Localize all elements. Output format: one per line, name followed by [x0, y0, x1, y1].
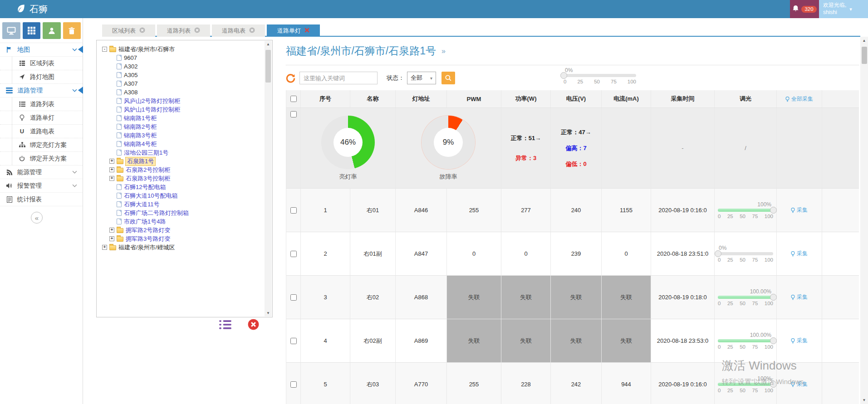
tree-node[interactable]: 湿地公园三期1号 — [109, 148, 262, 157]
tree-node-label[interactable]: 锦南路4号柜 — [124, 140, 157, 148]
sidebar-item-energy[interactable]: 能源管理 — [0, 165, 83, 179]
tree-node-label[interactable]: 风庐山2号路灯控制柜 — [124, 97, 180, 105]
tree-node-label[interactable]: 9607 — [124, 54, 137, 61]
row-checkbox[interactable] — [290, 111, 297, 117]
tree-node-label[interactable]: 市政广场1号4路 — [124, 218, 166, 226]
slider-handle[interactable] — [770, 207, 777, 214]
select-all-checkbox[interactable] — [290, 96, 297, 102]
close-circle-icon[interactable] — [194, 27, 200, 34]
tree-node[interactable]: 风庐山2号路灯控制柜 — [109, 97, 262, 105]
tree-node-label[interactable]: 石泉路1号 — [126, 157, 155, 165]
expand-expander-icon[interactable]: + — [109, 228, 114, 233]
close-circle-icon[interactable] — [139, 27, 145, 34]
tree-node[interactable]: 石狮大道10号配电箱 — [109, 191, 262, 200]
scroll-down-icon[interactable]: ▼ — [863, 398, 866, 402]
tree-node[interactable]: 锦南路4号柜 — [109, 140, 262, 148]
tree-scrollbar[interactable]: ▲ ▼ — [265, 41, 272, 316]
tree-node-label[interactable]: 湿地公园三期1号 — [124, 149, 168, 157]
monitor-icon[interactable] — [2, 22, 20, 39]
tree-node-label[interactable]: A302 — [124, 63, 137, 70]
tree-node[interactable]: A308 — [109, 88, 262, 97]
tree-node[interactable]: 锦南路2号柜 — [109, 122, 262, 131]
expand-expander-icon[interactable]: + — [109, 159, 114, 164]
slider-track[interactable] — [718, 296, 773, 299]
tree-node-label[interactable]: 石狮大道11号 — [124, 200, 160, 209]
close-icon[interactable] — [304, 27, 309, 34]
status-select[interactable]: 全部 ▾ — [407, 72, 436, 84]
expand-expander-icon[interactable]: + — [109, 176, 114, 181]
tree-node[interactable]: + 福建省/泉州市/鲤城区 — [102, 243, 262, 252]
sidebar-item-bind-light-plan[interactable]: 绑定亮灯方案 — [0, 138, 83, 152]
sidebar-item-road-list[interactable]: 道路列表 — [0, 97, 83, 111]
tree-node[interactable]: 9607 — [109, 54, 262, 62]
tree-node-label[interactable]: 拥军路3号路灯变 — [126, 235, 170, 243]
expand-expander-icon[interactable]: + — [102, 245, 107, 250]
tree-node-label[interactable]: 石狮12号配电箱 — [124, 183, 166, 191]
refresh-icon[interactable] — [286, 73, 295, 83]
tree-node[interactable]: 风炉山1号路灯控制柜 — [109, 105, 262, 114]
collect-button[interactable]: 采集 — [791, 250, 808, 258]
tree-node-label[interactable]: 石狮广场二号路灯控制箱 — [124, 209, 189, 217]
slider-handle[interactable] — [770, 381, 777, 388]
tree-node-label[interactable]: 石狮大道10号配电箱 — [124, 192, 177, 200]
tree-node-label[interactable]: 福建省/泉州市/鲤城区 — [118, 243, 175, 252]
expand-expander-icon[interactable]: + — [109, 236, 114, 241]
slider-track[interactable] — [718, 252, 773, 255]
close-circle-button[interactable] — [248, 319, 259, 330]
tree-node-label[interactable]: 拥军路2号路灯变 — [126, 226, 170, 234]
scroll-up-icon[interactable]: ▲ — [863, 39, 866, 43]
tree-node[interactable]: + 拥军路2号路灯变 — [109, 226, 262, 234]
sidebar-item-road-lamp[interactable]: 道路单灯 — [0, 111, 83, 125]
row-checkbox[interactable] — [290, 381, 297, 388]
sidebar-item-report[interactable]: 统计报表 — [0, 193, 83, 206]
slider-handle[interactable] — [770, 294, 777, 301]
tree-node-label[interactable]: A305 — [124, 72, 137, 78]
row-checkbox[interactable] — [290, 294, 297, 301]
scroll-up-icon[interactable]: ▲ — [266, 42, 270, 46]
tree-node[interactable]: + 石泉路3号控制柜 — [109, 174, 262, 183]
slider-handle[interactable] — [715, 250, 721, 257]
grid-icon[interactable] — [23, 22, 41, 39]
tab-area-list[interactable]: 区域列表 — [102, 24, 155, 37]
slider-handle[interactable] — [560, 72, 567, 79]
tree-node-label[interactable]: 石泉路2号控制柜 — [126, 166, 170, 174]
scroll-down-icon[interactable]: ▼ — [266, 311, 270, 315]
notifications-button[interactable]: 320 — [790, 0, 819, 18]
sidebar-item-road-meter[interactable]: U 道路电表 — [0, 125, 83, 138]
list-view-button[interactable] — [219, 320, 231, 330]
tree-node[interactable]: A307 — [109, 79, 262, 88]
collect-button[interactable]: 采集 — [791, 337, 808, 345]
sidebar-item-map[interactable]: 地图 — [0, 43, 83, 57]
tree-node[interactable]: + 石泉路2号控制柜 — [109, 165, 262, 174]
tree-node-label[interactable]: 锦南路1号柜 — [124, 114, 157, 122]
sidebar-item-area-list[interactable]: 区域列表 — [0, 57, 83, 70]
trash-icon[interactable] — [63, 22, 81, 39]
collect-all-button[interactable]: 全部采集 — [785, 95, 813, 103]
tree-node[interactable]: - 福建省/泉州市/石狮市 — [102, 45, 262, 54]
tree-node-label[interactable]: 风炉山1号路灯控制柜 — [124, 106, 180, 114]
tree-node-label[interactable]: 锦南路3号柜 — [124, 131, 157, 140]
tree-node[interactable]: 锦南路3号柜 — [109, 131, 262, 140]
slider-track[interactable] — [718, 383, 773, 386]
row-checkbox[interactable] — [290, 207, 297, 214]
tree-node-label[interactable]: 福建省/泉州市/石狮市 — [118, 45, 175, 54]
tree-node[interactable]: 石狮大道11号 — [109, 200, 262, 209]
sidebar-item-alarm[interactable]: 报警管理 — [0, 179, 83, 193]
close-circle-icon[interactable] — [249, 27, 255, 34]
tree-node[interactable]: A305 — [109, 71, 262, 79]
sidebar-collapse-button[interactable]: « — [31, 212, 43, 224]
slider-track[interactable] — [564, 74, 636, 77]
tree-node-label[interactable]: A308 — [124, 89, 137, 96]
tree-node[interactable]: + 拥军路3号路灯变 — [109, 234, 262, 243]
tree-node-label[interactable]: 石泉路3号控制柜 — [126, 175, 170, 183]
tree-node[interactable]: 锦南路1号柜 — [109, 114, 262, 122]
sidebar-item-road-mgmt[interactable]: 道路管理 — [0, 84, 83, 97]
slider-track[interactable] — [718, 209, 773, 212]
collect-button[interactable]: 采集 — [791, 293, 808, 301]
tree-node-selected[interactable]: + 石泉路1号 — [109, 157, 262, 165]
scrollbar-thumb[interactable] — [265, 50, 271, 83]
sidebar-item-lamp-map[interactable]: 路灯地图 — [0, 70, 83, 84]
slider-track[interactable] — [718, 339, 773, 342]
user-icon[interactable] — [43, 22, 61, 39]
tree-node-label[interactable]: 锦南路2号柜 — [124, 123, 157, 131]
